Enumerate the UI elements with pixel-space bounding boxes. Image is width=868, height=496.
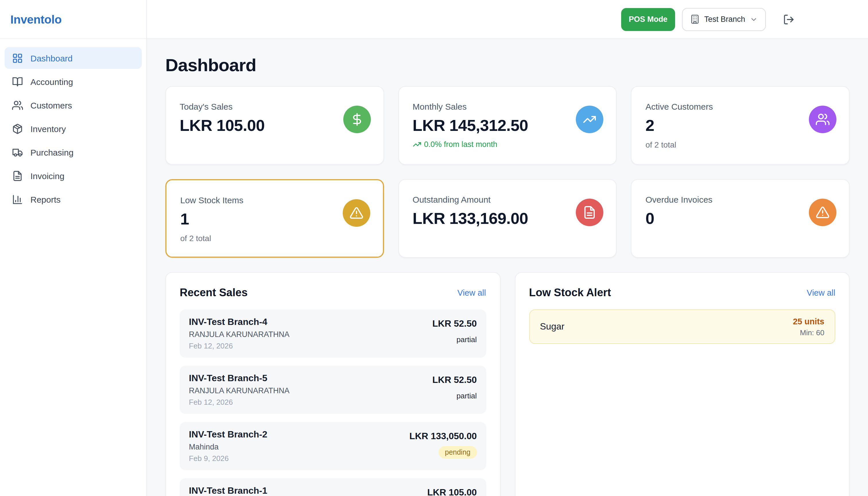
truck-icon (12, 147, 23, 158)
sale-item-left: INV-Test Branch-1 (189, 486, 267, 496)
panels-row: Recent Sales View all INV-Test Branch-4R… (165, 272, 850, 496)
branch-label: Test Branch (704, 15, 745, 24)
sale-item[interactable]: INV-Test Branch-1LKR 105.00 (180, 478, 486, 496)
stat-icon-circle (342, 199, 370, 227)
stat-card-low-stock-items: Low Stock Items1of 2 total (165, 179, 384, 258)
recent-sales-title: Recent Sales (180, 286, 248, 299)
dollar-sign-icon (350, 112, 364, 126)
stat-icon-circle (809, 199, 836, 226)
sidebar-item-label: Invoicing (30, 171, 64, 181)
alert-triangle-icon (349, 206, 363, 220)
package-icon (12, 123, 23, 134)
sale-amount: LKR 52.50 (432, 375, 477, 385)
sidebar-item-label: Reports (30, 194, 61, 204)
sale-invoice: INV-Test Branch-2 (189, 430, 267, 440)
sale-date: Feb 9, 2026 (189, 454, 267, 463)
stat-value: LKR 133,169.00 (413, 210, 602, 228)
sidebar-item-accounting[interactable]: Accounting (4, 71, 142, 92)
low-stock-panel: Low Stock Alert View all Sugar25 unitsMi… (515, 272, 850, 496)
bar-chart-icon (12, 194, 23, 205)
stat-card-active-customers: Active Customers2of 2 total (631, 86, 850, 165)
sale-amount: LKR 105.00 (427, 487, 477, 496)
sidebar-item-label: Dashboard (30, 53, 73, 63)
sale-status-partial: partial (456, 335, 477, 344)
stat-icon-circle (809, 106, 836, 133)
stat-cards-grid: Today's SalesLKR 105.00Monthly SalesLKR … (165, 86, 850, 258)
sidebar-nav: DashboardAccountingCustomersInventoryPur… (0, 39, 146, 210)
stat-label: Overdue Invoices (646, 195, 835, 204)
sidebar-item-customers[interactable]: Customers (4, 94, 142, 116)
low-stock-list: Sugar25 unitsMin: 60 (529, 309, 835, 344)
logo-container: Inventolo (0, 0, 146, 39)
sale-amount: LKR 133,050.00 (409, 431, 477, 441)
sale-amount: LKR 52.50 (432, 319, 477, 329)
stat-value: 1 (180, 210, 369, 229)
main-column: POS Mode Test Branch Dashboard Today's S… (147, 0, 868, 496)
page-title: Dashboard (165, 55, 850, 76)
stat-card-today-s-sales: Today's SalesLKR 105.00 (165, 86, 384, 165)
stat-label: Low Stock Items (180, 195, 369, 205)
logout-button[interactable] (783, 14, 794, 25)
stat-value: 2 (646, 117, 835, 135)
recent-sales-view-all-link[interactable]: View all (458, 288, 486, 297)
sale-status-pending: pending (438, 446, 477, 459)
low-stock-header: Low Stock Alert View all (529, 286, 835, 299)
file-text-icon (583, 205, 597, 219)
stat-icon-circle (576, 106, 604, 133)
recent-sales-list: INV-Test Branch-4RANJULA KARUNARATHNAFeb… (180, 309, 486, 496)
sale-item[interactable]: INV-Test Branch-4RANJULA KARUNARATHNAFeb… (180, 309, 486, 358)
sale-status-partial: partial (456, 391, 477, 400)
dashboard-content: Dashboard Today's SalesLKR 105.00Monthly… (147, 39, 868, 496)
stat-icon-circle (343, 106, 371, 133)
sidebar-item-dashboard[interactable]: Dashboard (4, 47, 142, 69)
users-icon (816, 112, 830, 126)
pos-mode-button[interactable]: POS Mode (621, 8, 675, 31)
trending-up-icon (413, 140, 421, 149)
stat-card-monthly-sales: Monthly SalesLKR 145,312.500.0% from las… (398, 86, 617, 165)
sidebar-item-invoicing[interactable]: Invoicing (4, 165, 142, 187)
sale-item[interactable]: INV-Test Branch-5RANJULA KARUNARATHNAFeb… (180, 366, 486, 414)
sale-item-right: LKR 52.50partial (432, 373, 477, 406)
stat-label: Monthly Sales (413, 102, 602, 111)
sale-date: Feb 12, 2026 (189, 342, 290, 350)
stat-trend-text: 0.0% from last month (424, 140, 497, 149)
sale-item-left: INV-Test Branch-5RANJULA KARUNARATHNAFeb… (189, 373, 290, 406)
stat-subtext: of 2 total (180, 234, 369, 243)
building-icon (690, 14, 699, 24)
stat-value: LKR 105.00 (180, 117, 369, 135)
sale-customer: Mahinda (189, 443, 267, 451)
sidebar-item-reports[interactable]: Reports (4, 188, 142, 210)
sale-invoice: INV-Test Branch-1 (189, 486, 267, 496)
stat-label: Outstanding Amount (413, 195, 602, 204)
logout-icon (783, 14, 794, 25)
recent-sales-panel: Recent Sales View all INV-Test Branch-4R… (165, 272, 500, 496)
app-root: Inventolo DashboardAccountingCustomersIn… (0, 0, 868, 496)
low-stock-title: Low Stock Alert (529, 286, 611, 299)
sidebar-item-label: Accounting (30, 77, 73, 87)
low-stock-quantity: 25 units (793, 316, 824, 326)
sale-date: Feb 12, 2026 (189, 398, 290, 406)
brand-logo: Inventolo (10, 12, 62, 26)
sidebar: Inventolo DashboardAccountingCustomersIn… (0, 0, 147, 496)
sidebar-item-label: Inventory (30, 124, 66, 134)
stat-icon-circle (576, 199, 604, 226)
recent-sales-header: Recent Sales View all (180, 286, 486, 299)
sale-customer: RANJULA KARUNARATHNA (189, 330, 290, 339)
stat-trend: 0.0% from last month (413, 140, 602, 149)
low-stock-view-all-link[interactable]: View all (807, 288, 835, 297)
sale-item-right: LKR 52.50partial (432, 317, 477, 350)
trending-up-icon (583, 112, 597, 126)
branch-selector[interactable]: Test Branch (682, 8, 766, 31)
stat-label: Today's Sales (180, 102, 369, 111)
sidebar-item-purchasing[interactable]: Purchasing (4, 141, 142, 163)
stat-card-overdue-invoices: Overdue Invoices0 (631, 179, 850, 258)
sale-customer: RANJULA KARUNARATHNA (189, 386, 290, 395)
sale-item-right: LKR 133,050.00pending (409, 430, 477, 463)
stat-value: 0 (646, 210, 835, 228)
topbar: POS Mode Test Branch (147, 0, 868, 39)
low-stock-product-name: Sugar (540, 322, 564, 332)
sale-item[interactable]: INV-Test Branch-2MahindaFeb 9, 2026LKR 1… (180, 422, 486, 470)
sidebar-item-inventory[interactable]: Inventory (4, 118, 142, 140)
low-stock-item[interactable]: Sugar25 unitsMin: 60 (529, 309, 835, 344)
dashboard-grid-icon (12, 52, 23, 63)
